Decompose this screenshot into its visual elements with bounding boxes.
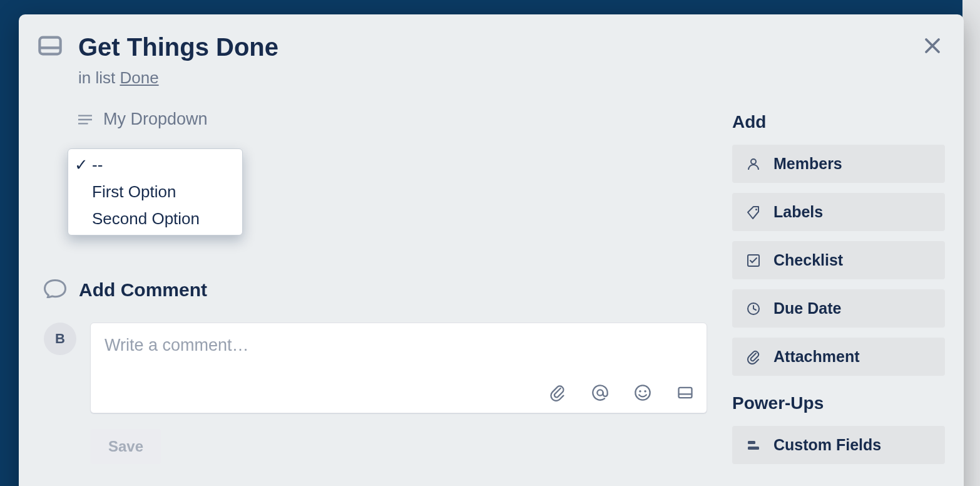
card-title[interactable]: Get Things Done	[78, 33, 278, 61]
checklist-icon	[746, 253, 761, 268]
tag-icon	[746, 205, 761, 220]
list-link[interactable]: Done	[120, 68, 158, 87]
members-button[interactable]: Members	[732, 145, 945, 183]
emoji-icon[interactable]	[634, 384, 651, 401]
custom-fields-label: Custom Fields	[773, 436, 881, 454]
comment-section: Add Comment B Write a comment…	[44, 279, 707, 464]
card-list-location: in list Done	[78, 68, 945, 88]
dropdown-option-label: First Option	[92, 182, 176, 202]
comment-input[interactable]: Write a comment…	[90, 323, 707, 413]
dropdown-option-2[interactable]: Second Option	[68, 205, 242, 232]
labels-button[interactable]: Labels	[732, 193, 945, 231]
svg-rect-9	[679, 388, 692, 398]
powerups-section-header: Power-Ups	[732, 393, 945, 413]
attachment-icon[interactable]	[549, 384, 566, 401]
dropdown-popup: ✓--First OptionSecond Option	[68, 148, 243, 235]
card-icon	[38, 33, 63, 61]
attachment-button[interactable]: Attachment	[732, 338, 945, 376]
dropdown-option-1[interactable]: First Option	[68, 178, 242, 205]
svg-point-8	[644, 390, 646, 393]
attachment-label: Attachment	[773, 348, 860, 366]
svg-point-12	[755, 209, 757, 210]
sidebar: Add Members Labels Checklist	[732, 110, 945, 474]
add-section-header: Add	[732, 112, 945, 132]
save-comment-button[interactable]: Save	[91, 429, 161, 464]
svg-rect-0	[39, 38, 60, 54]
labels-label: Labels	[773, 203, 823, 221]
add-comment-heading: Add Comment	[79, 279, 207, 301]
paperclip-icon	[746, 349, 761, 364]
svg-point-7	[639, 390, 641, 393]
dropdown-option-label: --	[92, 155, 103, 175]
svg-point-6	[635, 385, 650, 400]
list-icon	[78, 114, 92, 125]
user-icon	[746, 157, 761, 172]
close-button[interactable]	[920, 33, 945, 58]
comment-icon	[44, 279, 66, 301]
comment-placeholder: Write a comment…	[105, 336, 249, 354]
due-date-button[interactable]: Due Date	[732, 289, 945, 328]
svg-rect-16	[748, 447, 759, 450]
in-list-prefix: in list	[78, 68, 120, 87]
close-icon	[923, 36, 942, 55]
custom-field-row: My Dropdown	[78, 110, 707, 129]
svg-rect-15	[748, 441, 755, 444]
svg-point-5	[597, 390, 603, 395]
svg-point-11	[751, 159, 756, 164]
check-icon: ✓	[74, 155, 88, 175]
custom-fields-icon	[746, 438, 761, 453]
card-modal: Get Things Done in list Done My Dropdown…	[19, 14, 964, 486]
members-label: Members	[773, 155, 842, 173]
card-link-icon[interactable]	[676, 384, 694, 401]
custom-field-label[interactable]: My Dropdown	[103, 110, 208, 129]
custom-fields-button[interactable]: Custom Fields	[732, 426, 945, 464]
clock-icon	[746, 301, 761, 316]
mention-icon[interactable]	[591, 384, 609, 401]
dropdown-option-0[interactable]: ✓--	[68, 152, 242, 178]
avatar[interactable]: B	[44, 323, 76, 355]
dropdown-option-label: Second Option	[92, 209, 200, 229]
checklist-button[interactable]: Checklist	[732, 241, 945, 279]
checklist-label: Checklist	[773, 251, 843, 269]
due-date-label: Due Date	[773, 299, 841, 318]
comment-format-toolbar	[549, 384, 694, 401]
background-board-peek	[962, 0, 980, 486]
